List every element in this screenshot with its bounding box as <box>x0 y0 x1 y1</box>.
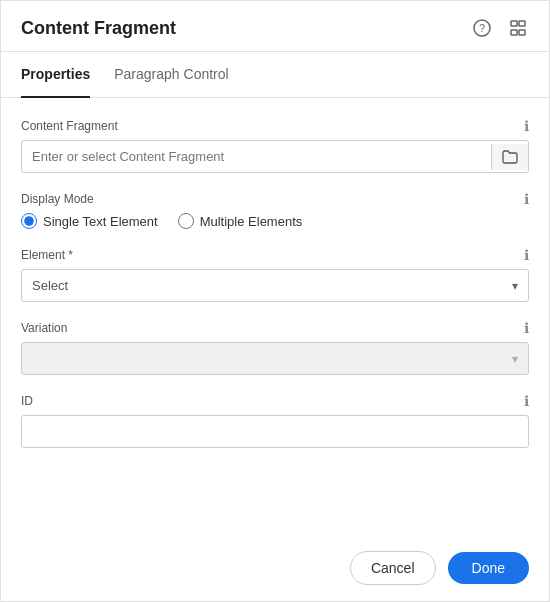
folder-icon <box>502 150 518 164</box>
svg-rect-5 <box>519 30 525 35</box>
display-mode-field-header: Display Mode ℹ <box>21 191 529 207</box>
content-fragment-field-group: Content Fragment ℹ <box>21 118 529 173</box>
tab-properties[interactable]: Properties <box>21 52 90 98</box>
fullscreen-icon <box>509 19 527 37</box>
svg-rect-2 <box>511 21 517 26</box>
svg-rect-3 <box>519 21 525 26</box>
tab-paragraph-control[interactable]: Paragraph Control <box>114 52 228 98</box>
help-icon: ? <box>473 19 491 37</box>
content-fragment-panel: Content Fragment ? Properties <box>0 0 550 602</box>
id-label: ID <box>21 394 33 408</box>
variation-field-header: Variation ℹ <box>21 320 529 336</box>
element-field-header: Element * ℹ <box>21 247 529 263</box>
content-fragment-label: Content Fragment <box>21 119 118 133</box>
display-mode-info-icon[interactable]: ℹ <box>524 191 529 207</box>
svg-rect-4 <box>511 30 517 35</box>
panel-title: Content Fragment <box>21 18 176 39</box>
display-mode-label: Display Mode <box>21 192 94 206</box>
id-field-group: ID ℹ <box>21 393 529 448</box>
id-info-icon[interactable]: ℹ <box>524 393 529 409</box>
fullscreen-icon-button[interactable] <box>507 17 529 39</box>
radio-multiple-elements[interactable]: Multiple Elements <box>178 213 303 229</box>
header-icons: ? <box>471 17 529 39</box>
content-fragment-input[interactable] <box>22 141 491 172</box>
variation-input <box>22 343 528 374</box>
display-mode-field-group: Display Mode ℹ Single Text Element Multi… <box>21 191 529 229</box>
element-info-icon[interactable]: ℹ <box>524 247 529 263</box>
content-fragment-input-row <box>21 140 529 173</box>
svg-text:?: ? <box>479 22 485 34</box>
radio-single-text-input[interactable] <box>21 213 37 229</box>
content-fragment-info-icon[interactable]: ℹ <box>524 118 529 134</box>
display-mode-radio-group: Single Text Element Multiple Elements <box>21 213 529 229</box>
radio-single-text-element[interactable]: Single Text Element <box>21 213 158 229</box>
help-icon-button[interactable]: ? <box>471 17 493 39</box>
variation-select-wrapper: ▾ <box>21 342 529 375</box>
radio-single-text-label: Single Text Element <box>43 214 158 229</box>
variation-field-group: Variation ℹ ▾ <box>21 320 529 375</box>
cancel-button[interactable]: Cancel <box>350 551 436 585</box>
folder-browse-button[interactable] <box>491 144 528 170</box>
element-label: Element * <box>21 248 73 262</box>
element-select-wrapper: Select ▾ <box>21 269 529 302</box>
panel-header: Content Fragment ? <box>1 1 549 52</box>
tabs-bar: Properties Paragraph Control <box>1 52 549 98</box>
element-select[interactable]: Select <box>22 270 528 301</box>
radio-multiple-elements-input[interactable] <box>178 213 194 229</box>
variation-label: Variation <box>21 321 67 335</box>
id-input[interactable] <box>21 415 529 448</box>
panel-body: Content Fragment ℹ Display Mode ℹ <box>1 98 549 535</box>
radio-multiple-elements-label: Multiple Elements <box>200 214 303 229</box>
id-field-header: ID ℹ <box>21 393 529 409</box>
variation-info-icon[interactable]: ℹ <box>524 320 529 336</box>
panel-footer: Cancel Done <box>1 535 549 601</box>
content-fragment-field-header: Content Fragment ℹ <box>21 118 529 134</box>
done-button[interactable]: Done <box>448 552 529 584</box>
element-field-group: Element * ℹ Select ▾ <box>21 247 529 302</box>
